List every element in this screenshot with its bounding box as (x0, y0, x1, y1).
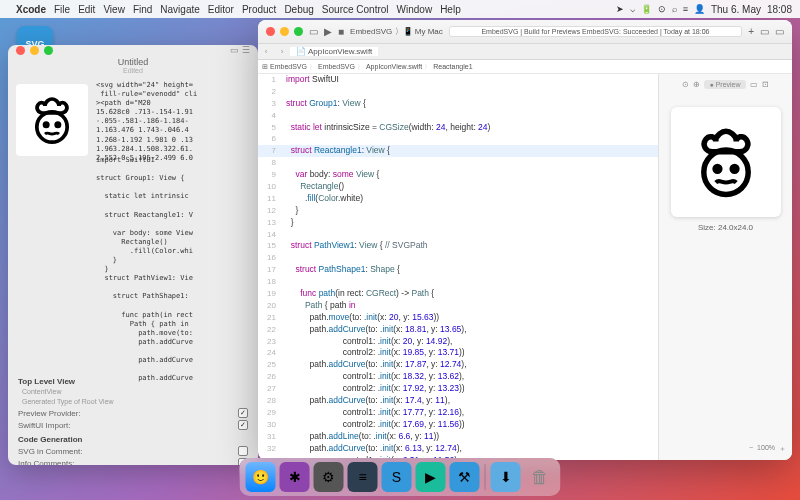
titlebar[interactable]: ▭ ☰ (8, 45, 258, 55)
user-icon[interactable]: 👤 (694, 4, 705, 14)
crumb-file[interactable]: AppIconView.swift (366, 63, 422, 70)
zoom-level[interactable]: 100% (757, 444, 775, 454)
crumb-project[interactable]: EmbedSVG (270, 63, 307, 70)
svg-point-5 (732, 166, 737, 171)
zoom-button[interactable] (44, 46, 53, 55)
xcode-toolbar: ▭ ▶ ■ EmbedSVG 〉📱 My Mac EmbedSVG | Buil… (258, 20, 792, 44)
menubar: Xcode File Edit View Find Navigate Edito… (0, 0, 800, 18)
window-title: Untitled (118, 57, 149, 67)
inspector-toggle-icon[interactable]: ▭ (775, 26, 784, 37)
code-panel[interactable]: <svg width="24" height= fill-rule="eveno… (96, 81, 256, 163)
preview-render[interactable] (671, 107, 781, 217)
canvas-device-icon[interactable]: ▭ (750, 80, 758, 89)
svg-comment-checkbox[interactable] (238, 446, 248, 456)
control-center-icon[interactable]: ≡ (683, 4, 688, 14)
svg-comment-label: SVG in Comment: (18, 447, 82, 456)
xcode-window: ▭ ▶ ■ EmbedSVG 〉📱 My Mac EmbedSVG | Buil… (258, 20, 792, 460)
menubar-date[interactable]: Thu 6. May (711, 4, 761, 15)
menu-find[interactable]: Find (133, 4, 152, 15)
chef-icon (685, 121, 767, 203)
menu-help[interactable]: Help (440, 4, 461, 15)
preview-provider-label: Preview Provider: (18, 409, 81, 418)
library-button[interactable]: ▭ (760, 26, 769, 37)
crumb-folder[interactable]: EmbedSVG (318, 63, 355, 70)
info-comments-label: Info Comments: (18, 459, 74, 466)
swiftui-import-checkbox[interactable] (238, 420, 248, 430)
menu-window[interactable]: Window (397, 4, 433, 15)
crumb-symbol[interactable]: Reactangle1 (433, 63, 472, 70)
menubar-time[interactable]: 18:08 (767, 4, 792, 15)
tab-bar: ‹ › 📄AppIconView.swift (258, 44, 792, 60)
stop-button[interactable]: ■ (338, 26, 344, 37)
jump-bar[interactable]: ⊞ EmbedSVG〉 EmbedSVG〉 AppIconView.swift〉… (258, 60, 792, 74)
close-button[interactable] (16, 46, 25, 55)
svg-point-4 (715, 166, 720, 171)
dock-svgshaper[interactable]: S (382, 462, 412, 492)
svg-point-1 (45, 123, 48, 126)
swift-file-icon: 📄 (296, 47, 306, 56)
preview-size-label: Size: 24.0x24.0 (698, 223, 753, 232)
section-codegen: Code Generation (18, 435, 248, 444)
canvas-pin-icon[interactable]: ⊙ (682, 80, 689, 89)
dock: 🙂 ✱ ⚙ ≡ S ▶ ⚒ ⬇ 🗑 (240, 458, 561, 496)
add-button[interactable]: + (748, 26, 754, 37)
menu-edit[interactable]: Edit (78, 4, 95, 15)
sidebar-toggle-icon[interactable]: ▭ (309, 26, 318, 37)
svg-preview[interactable] (16, 84, 88, 156)
line-gutter: 1234567891011121314151617181920212223242… (258, 74, 280, 460)
wifi-icon[interactable]: ⊙ (658, 4, 666, 14)
dock-app-4[interactable]: ▶ (416, 462, 446, 492)
run-button[interactable]: ▶ (324, 26, 332, 37)
tab-forward-button[interactable]: › (274, 47, 290, 56)
activity-viewer[interactable]: EmbedSVG | Build for Previews EmbedSVG: … (449, 26, 742, 37)
dock-finder[interactable]: 🙂 (246, 462, 276, 492)
dock-downloads[interactable]: ⬇ (491, 462, 521, 492)
search-icon[interactable]: ⌕ (672, 4, 677, 14)
menu-source-control[interactable]: Source Control (322, 4, 389, 15)
preview-button[interactable]: ● Preview (704, 80, 745, 89)
dock-separator (485, 464, 486, 490)
canvas-zoom-icon[interactable]: ⊕ (693, 80, 700, 89)
canvas-settings-icon[interactable]: ⊡ (762, 80, 769, 89)
chef-icon (24, 92, 80, 148)
dock-trash[interactable]: 🗑 (525, 462, 555, 492)
nav-icon[interactable]: ⊞ (262, 63, 268, 71)
dock-xcode[interactable]: ⚒ (450, 462, 480, 492)
bluetooth-icon[interactable]: ⌵ (630, 4, 635, 14)
dock-app-1[interactable]: ✱ (280, 462, 310, 492)
menu-file[interactable]: File (54, 4, 70, 15)
xcode-zoom-button[interactable] (294, 27, 303, 36)
zoom-in-button[interactable]: ＋ (779, 444, 786, 454)
toolbar-icons[interactable]: ▭ ☰ (230, 45, 250, 55)
tab-appiconview[interactable]: 📄AppIconView.swift (290, 47, 378, 56)
menu-product[interactable]: Product (242, 4, 276, 15)
menu-navigate[interactable]: Navigate (160, 4, 199, 15)
dock-app-2[interactable]: ⚙ (314, 462, 344, 492)
source-editor[interactable]: 1234567891011121314151617181920212223242… (258, 74, 658, 460)
swift-code-panel[interactable]: import SwiftUI struct Group1: View { sta… (96, 156, 256, 383)
app-name[interactable]: Xcode (16, 4, 46, 15)
svg-point-0 (37, 112, 67, 142)
content-view-label: ContentView (22, 388, 248, 395)
zoom-out-button[interactable]: − (749, 444, 753, 454)
window-subtitle: Edited (123, 67, 143, 74)
menu-debug[interactable]: Debug (284, 4, 313, 15)
xcode-minimize-button[interactable] (280, 27, 289, 36)
minimize-button[interactable] (30, 46, 39, 55)
svg-point-2 (56, 123, 59, 126)
svg-point-3 (703, 150, 747, 194)
battery-icon[interactable]: 🔋 (641, 4, 652, 14)
preview-canvas: ⊙ ⊕ ● Preview ▭ ⊡ Size: 24.0x24.0 − 100%… (658, 74, 792, 460)
location-icon[interactable]: ➤ (616, 4, 624, 14)
menu-editor[interactable]: Editor (208, 4, 234, 15)
menu-view[interactable]: View (103, 4, 125, 15)
scheme-selector[interactable]: EmbedSVG 〉📱 My Mac (350, 26, 443, 37)
xcode-close-button[interactable] (266, 27, 275, 36)
swiftui-import-label: SwiftUI Import: (18, 421, 70, 430)
tab-back-button[interactable]: ‹ (258, 47, 274, 56)
preview-provider-checkbox[interactable] (238, 408, 248, 418)
svgshaper-window: ▭ ☰ Untitled Edited <svg width="24" heig… (8, 45, 258, 465)
root-type-label: Generated Type of Root View (22, 398, 248, 405)
dock-app-3[interactable]: ≡ (348, 462, 378, 492)
